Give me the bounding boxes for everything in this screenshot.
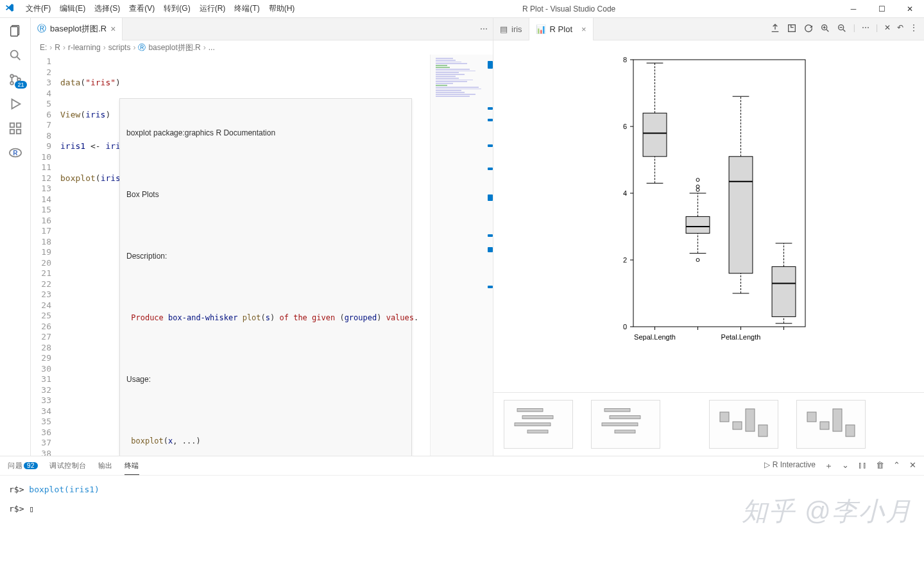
tab-baseplot[interactable]: Ⓡ baseplot拼图.R × (31, 18, 123, 40)
tab-output[interactable]: 输出 (98, 461, 113, 470)
svg-rect-78 (758, 425, 767, 436)
search-icon[interactable] (8, 47, 23, 63)
tab-rplot[interactable]: 📊R Plot× (529, 18, 594, 40)
svg-text:Petal.Length: Petal.Length (721, 333, 760, 341)
vscode-icon (0, 3, 19, 15)
svg-rect-77 (746, 409, 755, 431)
svg-rect-67 (517, 408, 543, 411)
breadcrumb-part[interactable]: R (55, 43, 60, 52)
minimap[interactable] (430, 55, 493, 456)
code-area[interactable]: data("iris") View(iris) iris1 <- iris[,-… (60, 55, 493, 456)
overflow-icon[interactable]: ⋮ (910, 23, 918, 35)
breadcrumb-part[interactable]: baseplot拼图.R (148, 42, 200, 53)
run-debug-icon[interactable] (8, 96, 23, 112)
svg-point-2 (10, 51, 17, 58)
panel-tabs: 问题92 调试控制台 输出 终端 ▷ R Interactive ＋ ⌄ ⫿⫿ … (0, 456, 924, 476)
tab-problems[interactable]: 问题92 (8, 461, 38, 470)
svg-line-3 (17, 57, 20, 60)
maximize-panel-icon[interactable]: ⌃ (893, 460, 900, 472)
svg-rect-71 (604, 408, 630, 411)
svg-point-48 (696, 178, 699, 182)
plot-thumb[interactable] (796, 400, 866, 449)
tab-label: baseplot拼图.R (50, 23, 107, 35)
breadcrumb[interactable]: E:› R› r-learning› scripts› Ⓡ baseplot拼图… (31, 40, 493, 55)
right-panel: ▤iris 📊R Plot× | ⋯ | ✕ ↶ ⋮ 02468Sepal.Le… (493, 18, 924, 456)
terminal[interactable]: r$> boxplot(iris1) r$> ▯ (0, 476, 924, 561)
terminal-dropdown-icon[interactable]: ⌄ (842, 460, 849, 472)
problems-badge: 92 (24, 462, 38, 469)
kill-terminal-icon[interactable]: 🗑 (876, 460, 884, 472)
zoom-out-icon[interactable] (837, 23, 847, 35)
tab-close-icon[interactable]: × (110, 24, 116, 34)
terminal-cmd: boxplot(iris1) (29, 485, 99, 494)
window-title: R Plot - Visual Studio Code (298, 4, 839, 13)
tab-iris[interactable]: ▤iris (493, 18, 529, 40)
tab-close-icon[interactable]: × (581, 24, 586, 34)
close-panel-icon[interactable]: ✕ (909, 460, 916, 472)
svg-rect-55 (729, 157, 753, 273)
editor-tabs: Ⓡ baseplot拼图.R × ⋯ (31, 18, 493, 40)
plot-thumb[interactable] (504, 400, 573, 449)
close-panel-icon[interactable]: ✕ (884, 23, 891, 35)
split-terminal-icon[interactable]: ⫿⫿ (858, 460, 867, 472)
plot-thumb[interactable] (709, 400, 778, 449)
window-maximize[interactable]: ☐ (868, 0, 896, 18)
menu-file[interactable]: 文件(F) (22, 2, 55, 15)
svg-rect-68 (522, 416, 553, 419)
scm-badge: 21 (15, 81, 26, 89)
tab-label: R Plot (550, 24, 572, 34)
svg-rect-1 (10, 27, 17, 37)
export-icon[interactable] (770, 23, 780, 35)
undo-icon[interactable]: ↶ (897, 23, 903, 35)
menu-edit[interactable]: 编辑(E) (56, 2, 89, 15)
r-file-icon: Ⓡ (37, 23, 46, 35)
r-lang-icon[interactable]: R (8, 145, 23, 160)
tab-terminal[interactable]: 终端 (124, 461, 139, 475)
extensions-icon[interactable] (8, 121, 23, 136)
source-control-icon[interactable]: 21 (8, 72, 23, 87)
svg-text:4: 4 (622, 189, 626, 197)
window-close[interactable]: ✕ (896, 0, 924, 18)
chart-icon: 📊 (536, 24, 546, 34)
svg-rect-69 (515, 423, 551, 426)
plot-thumb[interactable] (591, 400, 660, 449)
menu-terminal[interactable]: 终端(T) (230, 2, 263, 15)
explorer-icon[interactable] (8, 23, 23, 39)
window-minimize[interactable]: ─ (839, 0, 868, 18)
zoom-in-icon[interactable] (820, 23, 830, 35)
table-icon: ▤ (500, 24, 508, 34)
breadcrumb-part[interactable]: E: (40, 43, 47, 52)
more-icon[interactable]: ⋯ (862, 23, 869, 35)
svg-rect-70 (527, 430, 548, 433)
new-terminal-icon[interactable]: ＋ (825, 460, 833, 472)
tooltip-desc-label: Description: (126, 250, 405, 262)
breadcrumb-part[interactable]: ... (209, 43, 215, 52)
tab-overflow-icon[interactable]: ⋯ (475, 24, 493, 33)
menu-help[interactable]: 帮助(H) (265, 2, 299, 15)
svg-rect-62 (772, 266, 796, 316)
breadcrumb-part[interactable]: r-learning (68, 43, 101, 52)
terminal-name[interactable]: ▷ R Interactive (764, 460, 816, 472)
menu-goto[interactable]: 转到(G) (160, 2, 194, 15)
svg-rect-72 (610, 416, 640, 419)
svg-rect-44 (686, 216, 710, 233)
menu-run[interactable]: 运行(R) (196, 2, 230, 15)
svg-point-46 (696, 188, 699, 191)
breadcrumb-part[interactable]: scripts (108, 43, 131, 52)
svg-point-47 (696, 185, 699, 188)
editor-body[interactable]: 1234567891011121314151617181920212223242… (31, 55, 493, 456)
refresh-icon[interactable] (803, 23, 814, 35)
svg-rect-73 (602, 423, 638, 426)
plot-toolbar: | ⋯ | ✕ ↶ ⋮ (764, 23, 924, 35)
svg-line-16 (826, 30, 828, 31)
boxplot-chart: 02468Sepal.LengthPetal.Length (606, 51, 812, 359)
terminal-cursor: ▯ (29, 504, 34, 514)
plot-thumbnails (493, 393, 924, 456)
svg-rect-76 (733, 422, 742, 429)
tab-debug-console[interactable]: 调试控制台 (49, 461, 87, 470)
titlebar: 文件(F) 编辑(E) 选择(S) 查看(V) 转到(G) 运行(R) 终端(T… (0, 0, 924, 18)
svg-text:Sepal.Length: Sepal.Length (634, 333, 676, 341)
menu-view[interactable]: 查看(V) (125, 2, 158, 15)
pop-out-icon[interactable] (787, 23, 797, 35)
menu-select[interactable]: 选择(S) (90, 2, 124, 15)
